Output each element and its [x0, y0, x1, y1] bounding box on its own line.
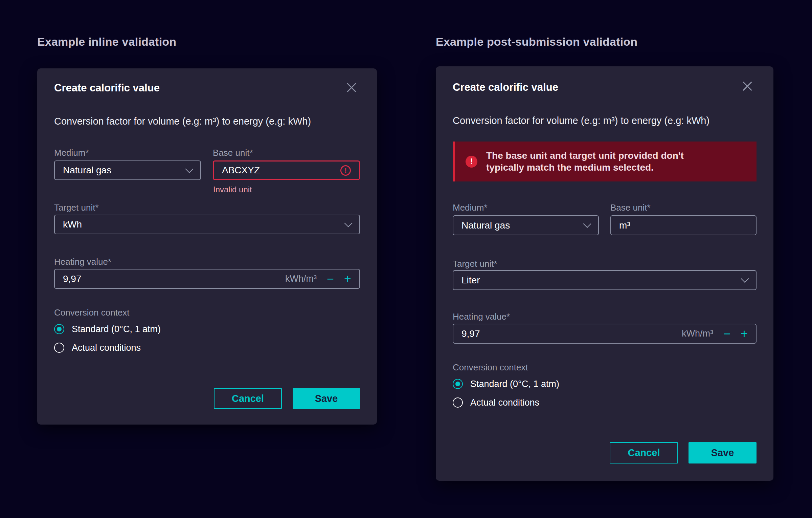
required-asterisk: * — [484, 202, 487, 213]
unit-label: kWh/m³ — [285, 274, 317, 284]
radio-option-actual[interactable]: Actual conditions — [54, 342, 141, 353]
increment-icon[interactable]: + — [344, 273, 351, 285]
medium-label: Medium* — [54, 148, 89, 158]
target-unit-select[interactable]: kWh — [54, 215, 360, 234]
heating-value-label: Heating value* — [453, 311, 510, 322]
dialog-description: Conversion factor for volume (e.g: m³) t… — [453, 115, 709, 126]
increment-icon[interactable]: + — [741, 328, 748, 340]
base-unit-input[interactable]: ABCXYZ ! — [213, 160, 360, 180]
base-unit-error-message: Invalid unit — [213, 185, 252, 194]
chevron-down-icon — [185, 165, 193, 173]
medium-select-value: Natural gas — [461, 220, 510, 231]
create-calorific-value-dialog-post: Create calorific value Conversion factor… — [436, 66, 773, 481]
dialog-title: Create calorific value — [453, 81, 558, 93]
alert-circle-icon: ! — [466, 156, 477, 168]
base-unit-label: Base unit* — [213, 148, 253, 158]
unit-label: kWh/m³ — [682, 328, 713, 339]
heating-value-input[interactable]: 9,97 kWh/m³ − + — [54, 269, 360, 289]
required-asterisk: * — [95, 202, 98, 213]
heating-value-label: Heating value* — [54, 257, 111, 267]
post-example-heading: Example post-submission validation — [436, 35, 637, 48]
heating-value-input[interactable]: 9,97 kWh/m³ − + — [453, 324, 757, 344]
heating-value-input-value: 9,97 — [461, 328, 480, 339]
cancel-button[interactable]: Cancel — [214, 388, 282, 409]
medium-label: Medium* — [453, 202, 488, 213]
heating-value-suffix: kWh/m³ − + — [682, 328, 748, 340]
base-unit-input[interactable]: m³ — [610, 215, 757, 235]
heating-value-input-value: 9,97 — [63, 274, 82, 284]
save-button[interactable]: Save — [689, 442, 757, 463]
dialog-description: Conversion factor for volume (e.g: m³) t… — [54, 116, 311, 127]
medium-select[interactable]: Natural gas — [54, 160, 201, 180]
required-asterisk: * — [506, 311, 510, 322]
base-unit-input-value: ABCXYZ — [222, 165, 260, 176]
target-unit-select-value: Liter — [461, 275, 480, 286]
page: Example inline validation Create calorif… — [0, 0, 812, 518]
target-unit-select[interactable]: Liter — [453, 270, 757, 290]
exclamation-circle-icon: ! — [340, 165, 351, 176]
radio-icon[interactable] — [54, 324, 64, 334]
heating-value-suffix: kWh/m³ − + — [285, 273, 351, 285]
required-asterisk: * — [108, 257, 111, 267]
close-icon[interactable] — [346, 82, 357, 93]
required-asterisk: * — [85, 148, 89, 158]
save-button[interactable]: Save — [293, 388, 360, 409]
base-unit-label: Base unit* — [610, 202, 651, 213]
cancel-button[interactable]: Cancel — [610, 442, 678, 463]
conversion-context-label: Conversion context — [453, 362, 528, 373]
dialog-title: Create calorific value — [54, 82, 160, 94]
error-banner: ! The base unit and target unit provided… — [453, 142, 757, 181]
medium-select[interactable]: Natural gas — [453, 215, 599, 235]
required-asterisk: * — [494, 259, 497, 269]
conversion-context-label: Conversion context — [54, 307, 130, 318]
base-unit-input-value: m³ — [619, 220, 630, 231]
radio-icon[interactable] — [54, 343, 64, 353]
close-icon[interactable] — [742, 81, 753, 92]
chevron-down-icon — [741, 275, 749, 283]
required-asterisk: * — [249, 148, 253, 158]
radio-option-standard[interactable]: Standard (0°C, 1 atm) — [54, 324, 161, 334]
medium-select-value: Natural gas — [63, 165, 111, 176]
required-asterisk: * — [647, 202, 650, 213]
chevron-down-icon — [344, 219, 352, 227]
radio-icon[interactable] — [453, 379, 463, 389]
radio-option-standard[interactable]: Standard (0°C, 1 atm) — [453, 379, 559, 389]
radio-option-actual[interactable]: Actual conditions — [453, 397, 539, 408]
target-unit-select-value: kWh — [63, 219, 82, 230]
decrement-icon[interactable]: − — [327, 273, 334, 285]
decrement-icon[interactable]: − — [723, 328, 730, 340]
target-unit-label: Target unit* — [54, 202, 99, 213]
target-unit-label: Target unit* — [453, 259, 497, 269]
chevron-down-icon — [583, 220, 591, 228]
inline-example-heading: Example inline validation — [37, 35, 176, 48]
create-calorific-value-dialog-inline: Create calorific value Conversion factor… — [37, 68, 377, 425]
radio-icon[interactable] — [453, 397, 463, 408]
error-banner-message: The base unit and target unit provided d… — [486, 150, 723, 173]
